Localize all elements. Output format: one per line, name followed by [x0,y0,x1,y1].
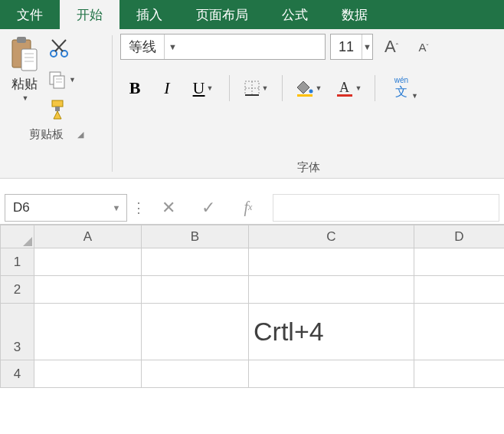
borders-dropdown-arrow[interactable]: ▼ [262,84,269,92]
fill-dropdown-arrow[interactable]: ▼ [316,84,322,92]
font-family-value: 等线 [121,38,164,56]
svg-rect-14 [52,100,63,107]
copy-icon [47,70,67,90]
copy-button[interactable]: ▼ [47,70,76,90]
italic-icon: I [164,78,169,98]
svg-rect-21 [297,94,313,97]
clipboard-group-label: 剪贴板 [29,127,64,142]
menu-layout[interactable]: 页面布局 [179,0,265,29]
svg-rect-2 [21,49,37,71]
underline-button[interactable]: U ▼ [185,74,221,103]
cell-D3[interactable] [414,304,505,360]
format-painter-button[interactable] [47,97,76,123]
clipboard-paste-icon [8,34,41,74]
cell-B2[interactable] [142,276,249,304]
copy-dropdown-arrow[interactable]: ▼ [69,76,76,84]
font-group-label: 字体 [297,160,320,175]
svg-text:A: A [339,80,349,95]
col-header-B[interactable]: B [142,225,249,248]
paste-label: 粘贴 [11,75,38,93]
paste-dropdown-arrow[interactable]: ▼ [22,94,29,102]
cell-C1[interactable] [249,248,414,276]
paste-button[interactable]: 粘贴 ▼ [8,34,41,123]
col-header-D[interactable]: D [414,225,505,248]
cell-A1[interactable] [34,248,142,276]
col-header-C[interactable]: C [249,225,414,248]
bold-button[interactable]: B [120,74,149,103]
fontcolor-dropdown-arrow[interactable]: ▼ [355,84,362,92]
formula-bar-row: D6 ▼ ⋮ ✕ ✓ fx [0,191,504,225]
underline-icon: U [193,78,205,98]
name-box-value: D6 [5,200,106,215]
insert-function-button[interactable]: fx [230,194,267,222]
borders-button[interactable]: ▼ [237,74,274,103]
name-box[interactable]: D6 ▼ [5,194,127,222]
cell-A4[interactable] [34,360,142,388]
font-color-icon: A [335,79,354,97]
font-color-button[interactable]: A ▼ [330,74,367,103]
col-header-A[interactable]: A [34,225,142,248]
group-clipboard: 粘贴 ▼ [0,29,112,178]
cell-D4[interactable] [414,360,505,388]
font-size-value: 11 [331,39,362,55]
row-header-1[interactable]: 1 [1,248,34,276]
menu-data[interactable]: 数据 [325,0,385,29]
fill-color-button[interactable]: ▼ [290,74,327,103]
row-header-2[interactable]: 2 [1,276,34,304]
row-header-4[interactable]: 4 [1,360,34,388]
phonetic-dropdown-arrow[interactable]: ▼ [411,92,418,100]
underline-dropdown-arrow[interactable]: ▼ [206,84,213,92]
menu-insert[interactable]: 插入 [119,0,179,29]
svg-rect-23 [337,94,352,97]
menu-formula[interactable]: 公式 [265,0,325,29]
svg-point-20 [309,90,313,94]
borders-icon [244,80,260,97]
cell-C3[interactable]: Crtl+4 [249,304,414,360]
cell-C2[interactable] [249,276,414,304]
name-box-arrow[interactable]: ▼ [106,203,126,212]
cell-B4[interactable] [142,360,249,388]
cell-B1[interactable] [142,248,249,276]
row-header-3[interactable]: 3 [1,304,34,360]
fill-color-icon [296,79,314,97]
cell-D1[interactable] [414,248,505,276]
phonetic-pinyin: wén [394,76,408,84]
group-font: 等线 ▼ 11 ▼ Aˆ Aˇ B I U ▼ [113,29,504,178]
cell-C4[interactable] [249,360,414,388]
font-family-combo[interactable]: 等线 ▼ [120,34,326,60]
cell-A3[interactable] [34,304,142,360]
increase-font-button[interactable]: Aˆ [378,34,405,60]
bold-icon: B [129,78,141,98]
font-size-combo[interactable]: 11 ▼ [330,34,373,60]
formula-input[interactable] [273,194,499,222]
format-painter-icon [47,97,70,120]
menu-home[interactable]: 开始 [60,0,119,29]
cell-D2[interactable] [414,276,505,304]
spreadsheet-grid: A B C D 1 2 3 Crtl+4 4 [0,225,504,388]
scissors-icon [47,37,70,60]
cut-button[interactable] [47,37,76,62]
decrease-font-button[interactable]: Aˇ [410,34,437,60]
italic-button[interactable]: I [152,74,182,103]
font-family-arrow[interactable]: ▼ [164,35,181,59]
select-all-corner[interactable] [1,225,34,248]
confirm-edit-button[interactable]: ✓ [190,194,227,222]
font-size-arrow[interactable]: ▼ [362,35,372,59]
ribbon: 粘贴 ▼ [0,29,504,179]
customize-handle[interactable]: ⋮ [130,199,147,216]
phonetic-char: 文 [395,84,407,100]
menu-bar: 文件 开始 插入 页面布局 公式 数据 [0,0,504,29]
cell-B3[interactable] [142,304,249,360]
phonetic-button[interactable]: wén 文 ▼ [383,74,420,103]
cancel-edit-button[interactable]: ✕ [150,194,187,222]
menu-file[interactable]: 文件 [0,0,60,29]
cell-A2[interactable] [34,276,142,304]
svg-rect-1 [17,37,26,43]
clipboard-launcher-icon[interactable]: ◢ [77,130,83,140]
